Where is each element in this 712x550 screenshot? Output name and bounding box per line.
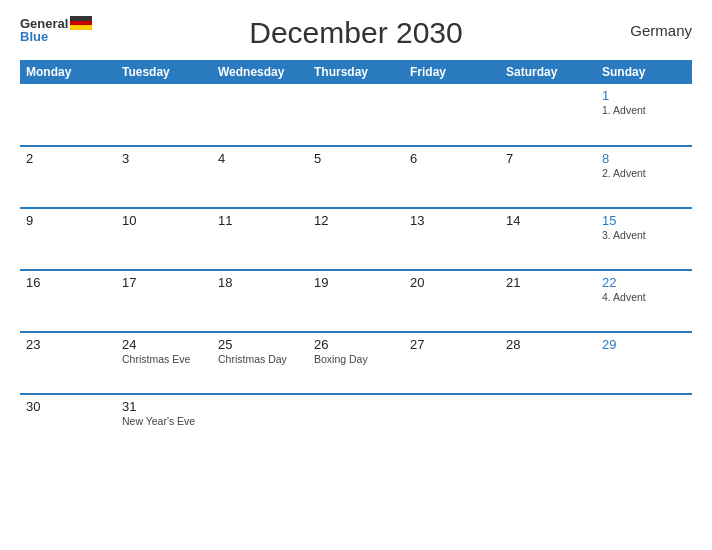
day-number: 11 xyxy=(218,213,302,228)
day-number: 24 xyxy=(122,337,206,352)
svg-rect-1 xyxy=(70,21,92,25)
day-number: 26 xyxy=(314,337,398,352)
calendar-week-row: 3031New Year's Eve xyxy=(20,394,692,456)
calendar-cell: 11 xyxy=(212,208,308,270)
day-number: 2 xyxy=(26,151,110,166)
calendar-cell: 27 xyxy=(404,332,500,394)
calendar-cell: 23 xyxy=(20,332,116,394)
calendar-week-row: 161718192021224. Advent xyxy=(20,270,692,332)
calendar-week-row: 23456782. Advent xyxy=(20,146,692,208)
country-label: Germany xyxy=(630,22,692,39)
calendar-cell: 5 xyxy=(308,146,404,208)
day-number: 25 xyxy=(218,337,302,352)
day-number: 28 xyxy=(506,337,590,352)
calendar-cell: 3 xyxy=(116,146,212,208)
day-number: 30 xyxy=(26,399,110,414)
day-number: 14 xyxy=(506,213,590,228)
calendar-cell: 26Boxing Day xyxy=(308,332,404,394)
calendar-cell xyxy=(500,84,596,146)
day-event: 2. Advent xyxy=(602,167,686,179)
calendar-cell: 11. Advent xyxy=(596,84,692,146)
day-number: 21 xyxy=(506,275,590,290)
header: General Blue December 2030 Germany xyxy=(20,16,692,50)
calendar-cell: 21 xyxy=(500,270,596,332)
logo-blue-text: Blue xyxy=(20,30,92,43)
day-number: 10 xyxy=(122,213,206,228)
col-friday: Friday xyxy=(404,60,500,84)
page: General Blue December 2030 Germany Monda… xyxy=(0,0,712,550)
day-event: 4. Advent xyxy=(602,291,686,303)
calendar-cell: 31New Year's Eve xyxy=(116,394,212,456)
calendar-cell: 153. Advent xyxy=(596,208,692,270)
col-monday: Monday xyxy=(20,60,116,84)
calendar-cell: 12 xyxy=(308,208,404,270)
calendar-cell: 19 xyxy=(308,270,404,332)
calendar-cell: 2 xyxy=(20,146,116,208)
calendar-cell xyxy=(212,84,308,146)
calendar-cell: 30 xyxy=(20,394,116,456)
day-event: New Year's Eve xyxy=(122,415,206,427)
calendar-table: Monday Tuesday Wednesday Thursday Friday… xyxy=(20,60,692,456)
day-number: 19 xyxy=(314,275,398,290)
day-number: 20 xyxy=(410,275,494,290)
day-number: 18 xyxy=(218,275,302,290)
calendar-cell xyxy=(596,394,692,456)
day-event: 3. Advent xyxy=(602,229,686,241)
day-number: 22 xyxy=(602,275,686,290)
calendar-cell xyxy=(20,84,116,146)
calendar-week-row: 11. Advent xyxy=(20,84,692,146)
logo: General Blue xyxy=(20,16,92,43)
calendar-cell xyxy=(308,394,404,456)
col-saturday: Saturday xyxy=(500,60,596,84)
calendar-week-row: 2324Christmas Eve25Christmas Day26Boxing… xyxy=(20,332,692,394)
calendar-cell: 20 xyxy=(404,270,500,332)
day-number: 16 xyxy=(26,275,110,290)
day-number: 5 xyxy=(314,151,398,166)
calendar-cell: 28 xyxy=(500,332,596,394)
day-number: 15 xyxy=(602,213,686,228)
calendar-cell: 17 xyxy=(116,270,212,332)
day-number: 27 xyxy=(410,337,494,352)
calendar-cell: 4 xyxy=(212,146,308,208)
day-event: Christmas Eve xyxy=(122,353,206,365)
day-number: 17 xyxy=(122,275,206,290)
calendar-cell: 82. Advent xyxy=(596,146,692,208)
calendar-cell: 25Christmas Day xyxy=(212,332,308,394)
calendar-cell xyxy=(308,84,404,146)
day-event: Christmas Day xyxy=(218,353,302,365)
col-tuesday: Tuesday xyxy=(116,60,212,84)
day-number: 31 xyxy=(122,399,206,414)
calendar-cell xyxy=(404,84,500,146)
page-title: December 2030 xyxy=(249,16,462,50)
day-number: 1 xyxy=(602,88,686,103)
day-number: 7 xyxy=(506,151,590,166)
day-number: 12 xyxy=(314,213,398,228)
day-number: 9 xyxy=(26,213,110,228)
day-number: 8 xyxy=(602,151,686,166)
col-thursday: Thursday xyxy=(308,60,404,84)
calendar-cell: 10 xyxy=(116,208,212,270)
calendar-cell: 6 xyxy=(404,146,500,208)
calendar-cell: 29 xyxy=(596,332,692,394)
calendar-cell: 13 xyxy=(404,208,500,270)
calendar-cell xyxy=(404,394,500,456)
calendar-cell: 9 xyxy=(20,208,116,270)
calendar-header-row: Monday Tuesday Wednesday Thursday Friday… xyxy=(20,60,692,84)
calendar-cell xyxy=(116,84,212,146)
calendar-week-row: 91011121314153. Advent xyxy=(20,208,692,270)
calendar-cell xyxy=(500,394,596,456)
calendar-cell xyxy=(212,394,308,456)
day-number: 3 xyxy=(122,151,206,166)
col-sunday: Sunday xyxy=(596,60,692,84)
calendar-cell: 18 xyxy=(212,270,308,332)
calendar-cell: 224. Advent xyxy=(596,270,692,332)
calendar-cell: 24Christmas Eve xyxy=(116,332,212,394)
svg-rect-0 xyxy=(70,16,92,21)
day-number: 6 xyxy=(410,151,494,166)
day-event: Boxing Day xyxy=(314,353,398,365)
day-number: 23 xyxy=(26,337,110,352)
day-number: 13 xyxy=(410,213,494,228)
day-number: 29 xyxy=(602,337,686,352)
logo-general-text: General xyxy=(20,17,68,30)
calendar-cell: 7 xyxy=(500,146,596,208)
